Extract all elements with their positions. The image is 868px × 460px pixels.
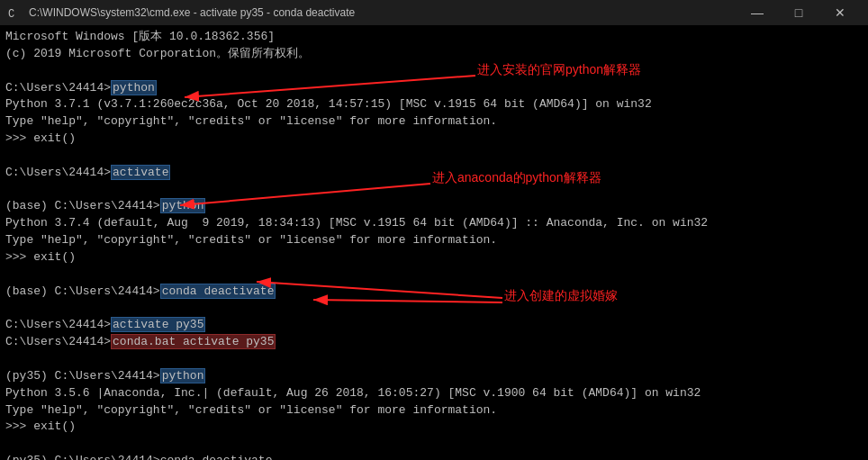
cmd-conda-deactivate-1: conda deactivate (160, 284, 276, 299)
line-10 (5, 182, 863, 199)
title-bar-left: C C:\WINDOWS\system32\cmd.exe - activate… (7, 5, 355, 20)
line-23: Type "help", "copyright", "credits" or "… (5, 402, 863, 419)
window: C C:\WINDOWS\system32\cmd.exe - activate… (0, 0, 868, 460)
window-title: C:\WINDOWS\system32\cmd.exe - activate p… (29, 6, 355, 19)
cmd-python-3: python (160, 368, 206, 383)
line-11: (base) C:\Users\24414>python (5, 198, 863, 215)
maximize-button[interactable]: □ (778, 0, 819, 25)
cmd-python-2: python (160, 198, 206, 213)
line-9: C:\Users\24414>activate (5, 165, 863, 182)
cmd-icon: C (7, 5, 22, 20)
line-1: Microsoft Windows [版本 10.0.18362.356] (5, 29, 863, 46)
cmd-python-1: python (111, 80, 157, 95)
line-3 (5, 63, 863, 80)
line-19: C:\Users\24414>conda.bat activate py35 (5, 334, 863, 351)
line-21: (py35) C:\Users\24414>python (5, 368, 863, 385)
line-16: (base) C:\Users\24414>conda deactivate (5, 284, 863, 301)
cmd-conda-bat: conda.bat activate py35 (111, 334, 276, 349)
close-button[interactable]: ✕ (819, 0, 861, 25)
line-8 (5, 148, 863, 165)
line-15 (5, 266, 863, 284)
minimize-button[interactable]: — (737, 0, 778, 25)
line-24: >>> exit() (5, 419, 863, 436)
line-20 (5, 351, 863, 368)
terminal-content: Microsoft Windows [版本 10.0.18362.356] (c… (0, 25, 868, 460)
line-2: (c) 2019 Microsoft Corporation。保留所有权利。 (5, 46, 863, 63)
line-26: (py35) C:\Users\24414>conda deactivate (5, 453, 863, 460)
line-18: C:\Users\24414>activate py35 (5, 317, 863, 334)
svg-text:C: C (8, 8, 14, 20)
cmd-activate: activate (111, 165, 170, 180)
line-6: Type "help", "copyright", "credits" or "… (5, 113, 863, 131)
title-bar-controls: — □ ✕ (737, 0, 861, 25)
line-4: C:\Users\24414>python (5, 80, 863, 97)
line-12: Python 3.7.4 (default, Aug 9 2019, 18:34… (5, 215, 863, 232)
cmd-activate-py35: activate py35 (111, 317, 205, 332)
line-5: Python 3.7.1 (v3.7.1:260ec2c36a, Oct 20 … (5, 96, 863, 113)
line-7: >>> exit() (5, 131, 863, 148)
line-22: Python 3.5.6 |Anaconda, Inc.| (default, … (5, 385, 863, 402)
line-13: Type "help", "copyright", "credits" or "… (5, 232, 863, 249)
line-17 (5, 301, 863, 318)
line-14: >>> exit() (5, 249, 863, 266)
line-25 (5, 436, 863, 453)
title-bar: C C:\WINDOWS\system32\cmd.exe - activate… (0, 0, 868, 25)
